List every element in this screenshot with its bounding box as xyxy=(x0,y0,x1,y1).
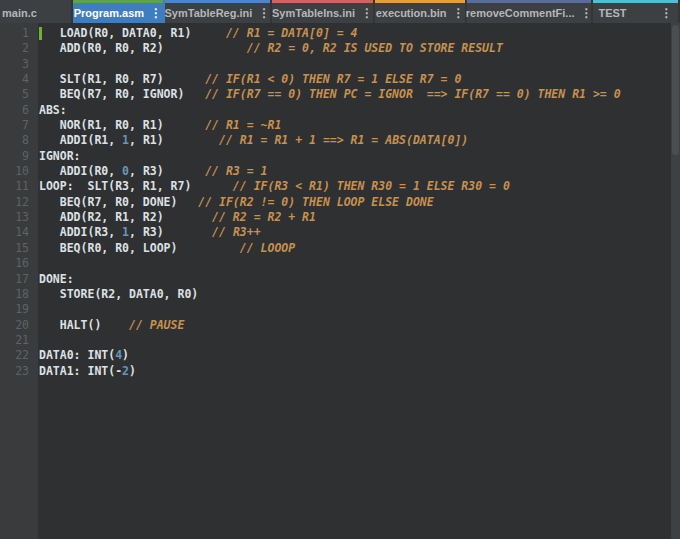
line-number: 1 xyxy=(0,26,29,41)
code-text: ADDI(R3, xyxy=(39,225,122,239)
code-text: LOOP: SLT(R3, R1, R7) xyxy=(39,179,191,193)
code-comment: // IF(R3 < R1) THEN R30 = 1 ELSE R30 = 0 xyxy=(191,179,510,193)
code-line[interactable] xyxy=(39,302,680,317)
vertical-scrollbar[interactable] xyxy=(671,23,680,539)
tab-label: removeCommentFi... xyxy=(466,5,575,19)
line-number: 7 xyxy=(0,118,29,133)
code-line[interactable]: DATA1: INT(-2) xyxy=(39,364,680,379)
code-text: , R3) xyxy=(129,225,164,239)
tab-menu-icon[interactable]: ⋮ xyxy=(661,5,673,19)
code-line[interactable] xyxy=(39,57,680,72)
line-number: 23 xyxy=(0,364,29,379)
tab-symtablereg-ini[interactable]: SymTableReg.ini⋮ xyxy=(165,0,272,23)
tab-menu-icon[interactable]: ⋮ xyxy=(258,5,270,19)
line-number: 20 xyxy=(0,318,29,333)
code-area[interactable]: LOAD(R0, DATA0, R1) // R1 = DATA[0] = 4 … xyxy=(38,23,680,539)
tab-menu-icon[interactable]: ⋮ xyxy=(361,5,373,19)
code-line[interactable]: ADD(R2, R1, R2) // R2 = R2 + R1 xyxy=(39,210,680,225)
code-line[interactable]: BEQ(R7, R0, DONE) // IF(R2 != 0) THEN LO… xyxy=(39,195,680,210)
line-number-gutter: 1234567891011121314151617181920212223 xyxy=(0,23,38,539)
code-line[interactable]: LOAD(R0, DATA0, R1) // R1 = DATA[0] = 4 xyxy=(39,26,680,41)
tab-color-strip xyxy=(375,0,465,3)
code-line[interactable]: SLT(R1, R0, R7) // IF(R1 < 0) THEN R7 = … xyxy=(39,72,680,87)
code-line[interactable]: DONE: xyxy=(39,272,680,287)
code-text: LOAD(R0, DATA0, R1) xyxy=(39,26,191,40)
code-line[interactable] xyxy=(39,256,680,271)
code-text: STORE(R2, DATA0, R0) xyxy=(39,287,198,301)
line-number: 16 xyxy=(0,256,29,271)
code-line[interactable]: IGNOR: xyxy=(39,149,680,164)
code-text: BEQ(R0, R0, LOOP) xyxy=(39,241,177,255)
line-number: 10 xyxy=(0,164,29,179)
code-comment: // R3 = 1 xyxy=(164,164,268,178)
line-number: 9 xyxy=(0,149,29,164)
code-line[interactable]: HALT() // PAUSE xyxy=(39,318,680,333)
tab-label: SymTableIns.ini xyxy=(272,5,355,19)
tab-program-asm[interactable]: Program.asm⋮ xyxy=(73,0,165,23)
line-number: 6 xyxy=(0,103,29,118)
tab-label: TEST xyxy=(598,5,626,19)
code-text: DATA0: INT( xyxy=(39,348,115,362)
code-number-literal: 0 xyxy=(122,164,129,178)
line-number: 3 xyxy=(0,57,29,72)
tab-label: main.c xyxy=(2,5,37,19)
code-comment: // IF(R7 == 0) THEN PC = IGNOR ==> IF(R7… xyxy=(184,87,620,101)
code-text: IGNOR: xyxy=(39,149,81,163)
line-number: 18 xyxy=(0,287,29,302)
tab-label: SymTableReg.ini xyxy=(165,5,253,19)
tab-execution-bin[interactable]: execution.bin⋮ xyxy=(375,0,467,23)
code-text: BEQ(R7, R0, IGNOR) xyxy=(39,87,184,101)
code-line[interactable]: ADDI(R3, 1, R3) // R3++ xyxy=(39,225,680,240)
code-comment: // LOOOP xyxy=(177,241,295,255)
code-line[interactable]: ABS: xyxy=(39,103,680,118)
line-number: 17 xyxy=(0,272,29,287)
line-number: 4 xyxy=(0,72,29,87)
tab-main-c[interactable]: main.c xyxy=(0,0,73,23)
code-comment: // IF(R1 < 0) THEN R7 = 1 ELSE R7 = 0 xyxy=(164,72,462,86)
code-line[interactable]: NOR(R1, R0, R1) // R1 = ~R1 xyxy=(39,118,680,133)
tab-label: execution.bin xyxy=(376,5,447,19)
code-text: ADDI(R1, xyxy=(39,133,122,147)
tab-menu-icon[interactable]: ⋮ xyxy=(581,5,593,19)
tab-test[interactable]: TEST⋮ xyxy=(593,0,680,23)
tab-symtableins-ini[interactable]: SymTableIns.ini⋮ xyxy=(272,0,375,23)
code-text: ABS: xyxy=(39,103,67,117)
editor: 1234567891011121314151617181920212223 LO… xyxy=(0,23,680,539)
line-number: 12 xyxy=(0,195,29,210)
tab-color-strip xyxy=(467,0,591,3)
code-line[interactable] xyxy=(39,333,680,348)
code-number-literal: 2 xyxy=(122,364,129,378)
code-line[interactable]: DATA0: INT(4) xyxy=(39,348,680,363)
code-line[interactable]: ADD(R0, R0, R2) // R2 = 0, R2 IS USED TO… xyxy=(39,41,680,56)
code-text: DATA1: INT(- xyxy=(39,364,122,378)
code-comment: // R2 = R2 + R1 xyxy=(164,210,316,224)
tab-color-strip xyxy=(73,0,163,3)
code-line[interactable]: ADDI(R0, 0, R3) // R3 = 1 xyxy=(39,164,680,179)
tab-color-strip xyxy=(272,0,373,3)
code-text: ADDI(R0, xyxy=(39,164,122,178)
code-line[interactable]: STORE(R2, DATA0, R0) xyxy=(39,287,680,302)
code-line[interactable]: ADDI(R1, 1, R1) // R1 = R1 + 1 ==> R1 = … xyxy=(39,133,680,148)
code-text: ) xyxy=(129,364,136,378)
code-text: DONE: xyxy=(39,272,74,286)
code-comment: // IF(R2 != 0) THEN LOOP ELSE DONE xyxy=(177,195,433,209)
line-number: 13 xyxy=(0,210,29,225)
vcs-change-marker xyxy=(39,27,42,40)
code-text: NOR(R1, R0, R1) xyxy=(39,118,164,132)
tab-color-strip xyxy=(165,0,270,3)
code-comment: // R2 = 0, R2 IS USED TO STORE RESULT xyxy=(164,41,503,55)
scrollbar-thumb[interactable] xyxy=(672,25,679,155)
code-text: , R1) xyxy=(129,133,164,147)
tab-color-strip xyxy=(0,0,71,3)
code-line[interactable]: BEQ(R7, R0, IGNOR) // IF(R7 == 0) THEN P… xyxy=(39,87,680,102)
code-comment: // R1 = ~R1 xyxy=(164,118,282,132)
tab-bar: main.cProgram.asm⋮SymTableReg.ini⋮SymTab… xyxy=(0,0,680,23)
tab-removecommentfi[interactable]: removeCommentFi...⋮ xyxy=(467,0,593,23)
code-line[interactable]: LOOP: SLT(R3, R1, R7) // IF(R3 < R1) THE… xyxy=(39,179,680,194)
tab-menu-icon[interactable]: ⋮ xyxy=(453,5,465,19)
code-line[interactable]: BEQ(R0, R0, LOOP) // LOOOP xyxy=(39,241,680,256)
code-text: ADD(R2, R1, R2) xyxy=(39,210,164,224)
tab-menu-icon[interactable]: ⋮ xyxy=(150,5,162,19)
line-number: 14 xyxy=(0,225,29,240)
code-comment: // R3++ xyxy=(164,225,261,239)
